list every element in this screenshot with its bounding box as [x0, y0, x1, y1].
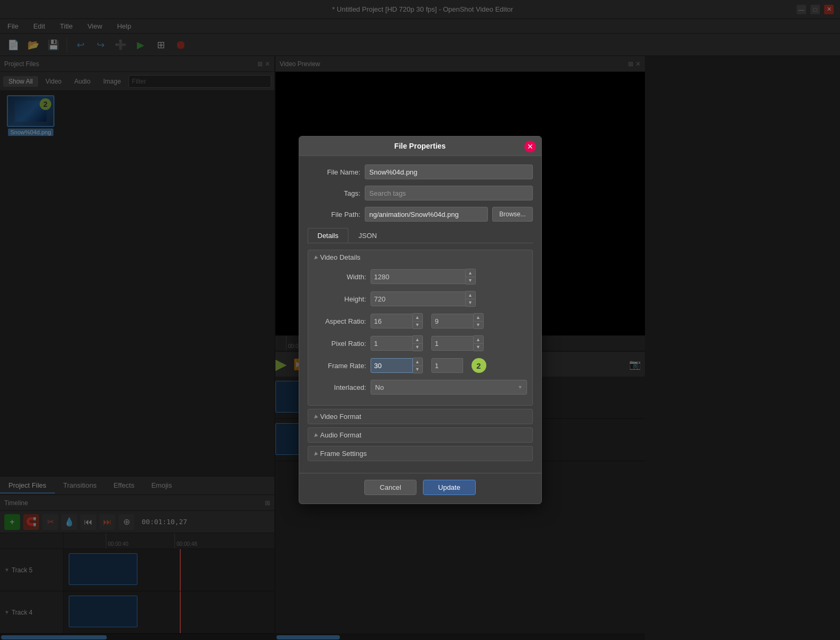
- file-name-label: File Name:: [308, 168, 361, 176]
- aspect-ratio-label: Aspect Ratio:: [313, 317, 366, 325]
- interlaced-select[interactable]: No Yes: [371, 380, 527, 395]
- pixel-den-up[interactable]: ▲: [474, 336, 483, 343]
- aspect-den-up[interactable]: ▲: [474, 314, 483, 321]
- aspect-num-spin-btns: ▲ ▼: [413, 313, 423, 329]
- pixel-num-spinner: ▲ ▼: [371, 335, 423, 351]
- width-down[interactable]: ▼: [466, 277, 475, 284]
- frame-rate-row: Frame Rate: ▲ ▼ 2: [313, 358, 527, 373]
- frame-rate-num-spin-btns: ▲ ▼: [413, 358, 423, 373]
- pixel-den-spinner: ▲ ▼: [431, 335, 484, 351]
- dialog-title-bar: File Properties ✕: [299, 136, 541, 156]
- frame-rate-num-down[interactable]: ▼: [413, 365, 422, 373]
- file-name-row: File Name:: [308, 164, 533, 179]
- frame-rate-den-group: [431, 358, 463, 373]
- aspect-num-up[interactable]: ▲: [413, 314, 422, 321]
- frame-settings-header[interactable]: Frame Settings: [308, 446, 532, 461]
- pixel-den-spin-btns: ▲ ▼: [474, 335, 484, 351]
- file-path-input[interactable]: [365, 207, 488, 222]
- width-label: Width:: [313, 273, 366, 281]
- interlaced-label: Interlaced:: [313, 383, 366, 391]
- pixel-ratio-row: Pixel Ratio: ▲ ▼ ▲ ▼: [313, 335, 527, 351]
- dialog-overlay: File Properties ✕ File Name: Tags: File …: [0, 0, 840, 640]
- pixel-num-input[interactable]: [371, 336, 413, 351]
- width-row: Width: ▲ ▼: [313, 269, 527, 285]
- audio-format-section: Audio Format: [308, 427, 533, 443]
- aspect-den-spin-btns: ▲ ▼: [474, 313, 484, 329]
- height-input[interactable]: [371, 291, 466, 306]
- audio-format-label: Audio Format: [320, 431, 362, 439]
- frame-settings-label: Frame Settings: [320, 450, 367, 458]
- pixel-num-spin-btns: ▲ ▼: [413, 335, 423, 351]
- interlaced-select-wrapper: No Yes: [371, 380, 527, 395]
- height-spin-btns: ▲ ▼: [466, 291, 476, 307]
- tab-json[interactable]: JSON: [348, 228, 387, 243]
- frame-rate-label: Frame Rate:: [313, 362, 366, 370]
- height-label: Height:: [313, 295, 366, 303]
- tags-input[interactable]: [365, 186, 533, 200]
- width-input[interactable]: [371, 269, 466, 284]
- video-details-body: Width: ▲ ▼ Height:: [308, 264, 532, 405]
- aspect-den-input[interactable]: [431, 314, 474, 328]
- height-spinner: ▲ ▼: [371, 291, 476, 307]
- video-details-label: Video Details: [320, 253, 361, 261]
- frame-rate-num-up[interactable]: ▲: [413, 358, 422, 365]
- video-details-section: Video Details Width: ▲ ▼: [308, 250, 533, 406]
- pixel-den-down[interactable]: ▼: [474, 343, 483, 351]
- file-path-label: File Path:: [308, 211, 361, 218]
- width-up[interactable]: ▲: [466, 269, 475, 277]
- dialog-tabs: Details JSON: [308, 228, 533, 243]
- interlaced-row: Interlaced: No Yes: [313, 380, 527, 395]
- video-format-section: Video Format: [308, 409, 533, 424]
- badge-2: 2: [472, 358, 486, 373]
- dialog-title: File Properties: [394, 142, 446, 150]
- tags-label: Tags:: [308, 189, 361, 197]
- tags-row: Tags:: [308, 186, 533, 200]
- aspect-den-spinner: ▲ ▼: [431, 313, 484, 329]
- pixel-num-down[interactable]: ▼: [413, 343, 422, 351]
- dialog-close-button[interactable]: ✕: [524, 141, 536, 152]
- pixel-ratio-label: Pixel Ratio:: [313, 340, 366, 348]
- aspect-num-input[interactable]: [371, 314, 413, 328]
- file-path-row: File Path: Browse...: [308, 207, 533, 222]
- file-properties-dialog: File Properties ✕ File Name: Tags: File …: [299, 136, 542, 504]
- frame-rate-num-input[interactable]: [371, 358, 413, 373]
- dialog-body: File Name: Tags: File Path: Browse... De…: [299, 156, 541, 473]
- tab-details[interactable]: Details: [308, 228, 349, 243]
- height-up[interactable]: ▲: [466, 291, 475, 299]
- pixel-den-input[interactable]: [431, 336, 474, 351]
- aspect-num-down[interactable]: ▼: [413, 321, 422, 328]
- aspect-ratio-row: Aspect Ratio: ▲ ▼ ▲ ▼: [313, 313, 527, 329]
- cancel-button[interactable]: Cancel: [364, 480, 416, 495]
- frame-settings-section: Frame Settings: [308, 446, 533, 461]
- pixel-num-up[interactable]: ▲: [413, 336, 422, 343]
- aspect-den-down[interactable]: ▼: [474, 321, 483, 328]
- width-spin-btns: ▲ ▼: [466, 269, 476, 285]
- dialog-footer: Cancel Update: [299, 473, 541, 504]
- video-format-label: Video Format: [320, 413, 362, 420]
- video-details-header[interactable]: Video Details: [308, 250, 532, 264]
- width-spinner: ▲ ▼: [371, 269, 476, 285]
- file-name-input[interactable]: [365, 164, 533, 179]
- frame-rate-num-spinner: ▲ ▼: [371, 358, 423, 373]
- audio-format-header[interactable]: Audio Format: [308, 428, 532, 442]
- video-format-header[interactable]: Video Format: [308, 409, 532, 424]
- update-button[interactable]: Update: [423, 480, 476, 495]
- frame-rate-den-input[interactable]: [431, 358, 463, 373]
- browse-button[interactable]: Browse...: [492, 207, 532, 222]
- height-down[interactable]: ▼: [466, 299, 475, 306]
- height-row: Height: ▲ ▼: [313, 291, 527, 307]
- aspect-num-spinner: ▲ ▼: [371, 313, 423, 329]
